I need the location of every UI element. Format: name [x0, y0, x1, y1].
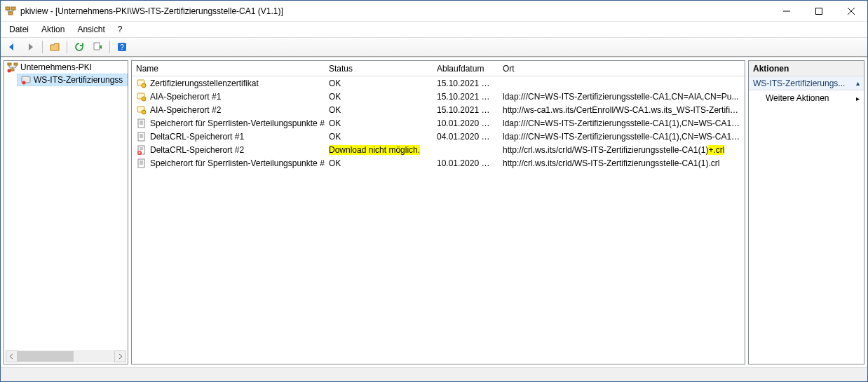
tree-child-node[interactable]: WS-ITS-Zertifizierungss — [17, 74, 128, 86]
cell-ort-text: http://crl.ws.its/crld/WS-ITS-Zertifizie… — [503, 158, 719, 168]
cell-ort: ldap:///CN=WS-ITS-Zertifizierungsstelle-… — [499, 118, 745, 128]
list-body: ZertifizierungsstellenzertifikatOK15.10.… — [132, 76, 745, 364]
cell-name: DeltaCRL-Speicherort #2 — [132, 144, 325, 156]
column-header-name[interactable]: Name — [132, 61, 325, 76]
list-header: Name Status Ablaufdatum Ort — [132, 61, 745, 76]
minimize-button[interactable] — [771, 1, 803, 21]
cell-name-text: DeltaCRL-Speicherort #2 — [150, 145, 244, 155]
cell-name-text: Speicherort für Sperrlisten-Verteilungsp… — [150, 118, 325, 128]
table-row[interactable]: ZertifizierungsstellenzertifikatOK15.10.… — [132, 76, 745, 90]
cell-status: Download nicht möglich. — [325, 145, 433, 155]
cell-name-text: Zertifizierungsstellenzertifikat — [150, 79, 259, 88]
pki-root-icon — [7, 62, 18, 73]
menu-aktion[interactable]: Aktion — [36, 23, 70, 36]
svg-point-13 — [8, 69, 11, 73]
column-header-date[interactable]: Ablaufdatum — [433, 61, 499, 76]
cell-name: Speicherort für Sperrlisten-Verteilungsp… — [132, 158, 325, 169]
menu-help[interactable]: ? — [112, 23, 128, 36]
cell-date: 15.10.2021 18:15 — [433, 92, 499, 102]
tree-pane[interactable]: Unternehmens-PKI WS-ITS-Zertifizierungss — [4, 60, 128, 364]
actions-item-more[interactable]: Weitere Aktionen ▸ — [749, 90, 864, 106]
collapse-up-icon: ▴ — [856, 79, 860, 87]
actions-group-label: WS-ITS-Zertifizierungs... — [753, 79, 845, 88]
svg-text:?: ? — [120, 43, 124, 51]
cell-name: DeltaCRL-Speicherort #1 — [132, 131, 325, 142]
toolbar-separator — [67, 41, 67, 53]
scroll-left-button[interactable] — [6, 350, 18, 362]
cell-status: OK — [325, 79, 433, 88]
actions-header: Aktionen — [749, 61, 864, 76]
cell-ort-text: http://crl.ws.its/crld/WS-ITS-Zertifizie… — [503, 145, 708, 155]
window-title: pkiview - [Unternehmens-PKI\WS-ITS-Zerti… — [20, 6, 771, 16]
cell-name-text: DeltaCRL-Speicherort #1 — [150, 132, 244, 142]
menu-ansicht[interactable]: Ansicht — [72, 23, 110, 36]
crl-icon — [136, 118, 147, 129]
table-row[interactable]: AIA-Speicherort #1OK15.10.2021 18:15ldap… — [132, 90, 745, 103]
scroll-thumb[interactable] — [18, 351, 74, 362]
maximize-button[interactable] — [803, 1, 835, 21]
cell-ort: http://crl.ws.its/crld/WS-ITS-Zertifizie… — [499, 145, 745, 155]
actions-group-title[interactable]: WS-ITS-Zertifizierungs... ▴ — [749, 76, 864, 90]
cell-status-text: OK — [329, 92, 341, 102]
svg-rect-11 — [14, 63, 18, 65]
cell-status-text: Download nicht möglich. — [329, 145, 420, 155]
scroll-right-button[interactable] — [114, 350, 126, 362]
cell-name: AIA-Speicherort #1 — [132, 91, 325, 102]
cert-icon — [136, 104, 147, 116]
menu-datei[interactable]: Datei — [4, 23, 34, 36]
list-pane: Name Status Ablaufdatum Ort Zertifizieru… — [131, 60, 745, 364]
cell-status-text: OK — [329, 118, 341, 128]
svg-point-17 — [142, 83, 146, 88]
back-button[interactable] — [4, 39, 20, 55]
cell-status: OK — [325, 105, 433, 115]
cell-status: OK — [325, 158, 433, 168]
titlebar: pkiview - [Unternehmens-PKI\WS-ITS-Zerti… — [1, 1, 867, 22]
submenu-right-icon: ▸ — [856, 95, 860, 102]
tree-horizontal-scrollbar[interactable] — [6, 350, 126, 362]
open-button[interactable] — [46, 39, 63, 55]
svg-rect-12 — [11, 69, 14, 71]
actions-item-label: Weitere Aktionen — [766, 93, 829, 103]
cell-date: 10.01.2020 04:14 — [433, 158, 499, 168]
svg-rect-34 — [138, 159, 144, 168]
export-button[interactable] — [89, 39, 106, 55]
table-row[interactable]: AIA-Speicherort #2OK15.10.2021 18:15http… — [132, 103, 745, 116]
cell-ort-text: ldap:///CN=WS-ITS-Zertifizierungsstelle-… — [503, 118, 740, 128]
table-row[interactable]: DeltaCRL-Speicherort #1OK04.01.2020 04:1… — [132, 130, 745, 143]
cell-status-text: OK — [329, 132, 341, 142]
column-header-status[interactable]: Status — [325, 61, 433, 76]
svg-rect-22 — [138, 119, 144, 128]
toolbar: ? — [1, 37, 867, 57]
svg-rect-7 — [94, 43, 100, 50]
crl-error-icon — [136, 144, 147, 156]
table-row[interactable]: DeltaCRL-Speicherort #2Download nicht mö… — [132, 143, 745, 156]
svg-point-19 — [142, 97, 146, 101]
scroll-track[interactable] — [18, 350, 114, 362]
cell-status-text: OK — [329, 79, 341, 88]
tree-root-node[interactable]: Unternehmens-PKI — [4, 61, 128, 74]
forward-button[interactable] — [22, 39, 39, 55]
cell-name-text: AIA-Speicherort #2 — [150, 105, 221, 115]
table-row[interactable]: Speicherort für Sperrlisten-Verteilungsp… — [132, 116, 745, 130]
status-bar — [1, 367, 867, 381]
refresh-button[interactable] — [71, 39, 88, 55]
cell-date: 10.01.2020 04:14 — [433, 118, 499, 128]
cell-ort-highlight: +.crl — [708, 145, 724, 155]
svg-rect-26 — [138, 132, 144, 141]
svg-rect-2 — [8, 12, 13, 15]
cell-name-text: Speicherort für Sperrlisten-Verteilungsp… — [150, 158, 325, 168]
toolbar-separator — [109, 41, 110, 53]
help-button[interactable]: ? — [114, 39, 130, 55]
cell-ort-text: ldap:///CN=WS-ITS-Zertifizierungsstelle-… — [503, 92, 738, 102]
column-header-ort[interactable]: Ort — [499, 61, 745, 76]
tree-child-label: WS-ITS-Zertifizierungss — [34, 75, 123, 85]
crl-icon — [136, 131, 147, 142]
table-row[interactable]: Speicherort für Sperrlisten-Verteilungsp… — [132, 156, 745, 170]
svg-point-15 — [22, 81, 26, 85]
cell-status: OK — [325, 118, 433, 128]
close-button[interactable] — [835, 1, 867, 21]
cell-status: OK — [325, 92, 433, 102]
actions-pane: Aktionen WS-ITS-Zertifizierungs... ▴ Wei… — [748, 60, 864, 364]
svg-rect-1 — [11, 7, 15, 10]
svg-rect-4 — [816, 8, 822, 14]
